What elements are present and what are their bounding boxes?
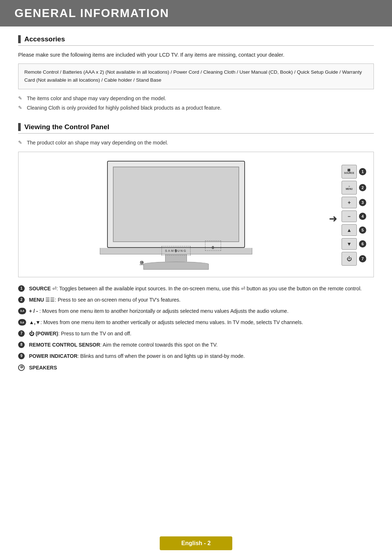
desc-item-8: 8 REMOTE CONTROL SENSOR: Aim the remote … — [18, 341, 374, 349]
control-panel-note: The product color an shape may vary depe… — [18, 139, 374, 147]
desc-text-9: POWER INDICATOR: Blinks and turns off wh… — [29, 353, 245, 359]
btn-down: ▼ — [342, 238, 357, 250]
control-panel-section-title: Viewing the Control Panel — [18, 123, 374, 134]
desc-num-7: 7 — [18, 330, 25, 337]
page-footer: English - 2 — [0, 531, 392, 556]
btn-source: ⬛ SOURCE — [342, 165, 357, 179]
badge-3: 3 — [359, 199, 366, 206]
desc-list: 1 SOURCE ⏎: Toggles between all the avai… — [18, 285, 374, 372]
btn-row-down: ▼ 6 — [342, 238, 366, 250]
badge-7: 7 — [359, 255, 366, 262]
tv-bezel-bottom: SAMSUNG 9 — [100, 248, 252, 254]
accessories-intro: Please make sure the following items are… — [18, 51, 374, 59]
side-panel-buttons: ⬛ SOURCE 1 ≡ MENU 2 — [342, 165, 366, 266]
accessories-section: Accessories Please make sure the followi… — [18, 35, 374, 112]
desc-item-9: 9 POWER INDICATOR: Blinks and turns off … — [18, 352, 374, 360]
desc-item-34: 3,4 + / - : Moves from one menu item to … — [18, 307, 374, 315]
desc-text-2: MENU ☰☰: Press to see an on-screen menu … — [29, 297, 181, 303]
btn-source-label: SOURCE — [344, 172, 354, 174]
btn-menu: ≡ MENU — [342, 181, 357, 195]
diagram-container: SAMSUNG 9 8 — [18, 152, 374, 277]
btn-up: ▲ — [342, 224, 357, 236]
accessories-box-text: Remote Control / Batteries (AAA x 2) (No… — [24, 69, 362, 83]
tv-screen-outer — [107, 161, 245, 248]
desc-text-34: + / - : Moves from one menu item to anot… — [29, 308, 289, 314]
badge-1: 1 — [359, 168, 366, 175]
label-8: 8 — [212, 245, 214, 250]
page-wrapper: GENERAL INFORMATION Accessories Please m… — [0, 0, 392, 556]
desc-item-2: 2 MENU ☰☰: Press to see an on-screen men… — [18, 296, 374, 304]
desc-num-34: 3,4 — [18, 308, 26, 314]
note-item-2: Cleaning Cloth is only provided for high… — [18, 104, 374, 112]
indicator-9-box: 9 — [162, 246, 191, 255]
section-title-bar — [18, 35, 21, 43]
badge-6: 6 — [359, 240, 366, 248]
btn-down-label: ▼ — [347, 241, 352, 247]
page-header: GENERAL INFORMATION — [0, 0, 392, 26]
content-area: Accessories Please make sure the followi… — [0, 35, 392, 390]
desc-num-10: ⑩ — [18, 364, 25, 371]
desc-text-7: ⏻ (POWER): Press to turn the TV on and o… — [29, 331, 131, 336]
desc-item-10: ⑩ SPEAKERS — [18, 364, 374, 372]
arrow-icon: ➜ — [329, 214, 337, 224]
tv-screen-inner — [113, 167, 239, 242]
btn-plus: + — [342, 197, 357, 208]
btn-up-label: ▲ — [347, 227, 352, 233]
btn-row-up: ▲ 5 — [342, 224, 366, 236]
desc-item-1: 1 SOURCE ⏎: Toggles between all the avai… — [18, 285, 374, 293]
btn-row-menu: ≡ MENU 2 — [342, 181, 366, 195]
desc-num-8: 8 — [18, 342, 25, 348]
label-9: 9 — [175, 249, 177, 253]
btn-row-plus: + 3 — [342, 197, 366, 208]
desc-item-7: 7 ⏻ (POWER): Press to turn the TV on and… — [18, 330, 374, 338]
tv-diagram: SAMSUNG 9 8 — [26, 161, 366, 270]
btn-row-minus: – 4 — [342, 210, 366, 222]
tv-stand-base — [143, 262, 209, 270]
badge-5: 5 — [359, 226, 366, 234]
btn-menu-label: MENU — [346, 188, 352, 190]
desc-text-1: SOURCE ⏎: Toggles between all the availa… — [29, 286, 362, 291]
control-panel-section: Viewing the Control Panel The product co… — [18, 123, 374, 372]
btn-source-icon: ⬛ — [347, 169, 351, 172]
accessories-section-title: Accessories — [18, 35, 374, 46]
desc-num-2: 2 — [18, 297, 25, 303]
btn-minus-label: – — [348, 213, 351, 219]
page-title: GENERAL INFORMATION — [15, 7, 377, 20]
tv-body: SAMSUNG 9 8 — [26, 161, 326, 270]
btn-power-icon: ⏻ — [347, 256, 352, 262]
btn-row-power: ⏻ 7 — [342, 252, 366, 266]
btn-row-source: ⬛ SOURCE 1 — [342, 165, 366, 179]
indicator-10: ⑩ — [140, 259, 144, 265]
desc-text-56: ▲,▼: Moves from one menu item to another… — [29, 319, 303, 325]
section-title-bar-2 — [18, 123, 21, 131]
control-panel-heading: Viewing the Control Panel — [24, 123, 109, 131]
desc-num-56: 5,6 — [18, 319, 26, 326]
badge-4: 4 — [359, 213, 366, 220]
desc-num-1: 1 — [18, 285, 25, 292]
note-item-1: The items color and shape may vary depen… — [18, 94, 374, 102]
desc-text-8: REMOTE CONTROL SENSOR: Aim the remote co… — [29, 342, 218, 348]
desc-item-56: 5,6 ▲,▼: Moves from one menu item to ano… — [18, 318, 374, 327]
footer-badge: English - 2 — [160, 536, 233, 550]
accessories-heading: Accessories — [24, 35, 65, 43]
badge-2: 2 — [359, 184, 366, 191]
indicator-8-box: 8 — [205, 241, 221, 251]
control-panel-notes: The product color an shape may vary depe… — [18, 139, 374, 147]
arrow-area: ➜ — [329, 207, 337, 224]
accessories-box: Remote Control / Batteries (AAA x 2) (No… — [18, 64, 374, 89]
desc-text-10: SPEAKERS — [29, 365, 57, 371]
accessories-notes: The items color and shape may vary depen… — [18, 94, 374, 112]
btn-minus: – — [342, 210, 357, 222]
label-10: ⑩ — [140, 260, 144, 265]
btn-power: ⏻ — [342, 252, 357, 266]
btn-plus-label: + — [348, 200, 351, 205]
footer-label: English - 2 — [181, 540, 211, 546]
desc-num-9: 9 — [18, 353, 25, 359]
btn-menu-icon: ≡ — [348, 185, 350, 188]
